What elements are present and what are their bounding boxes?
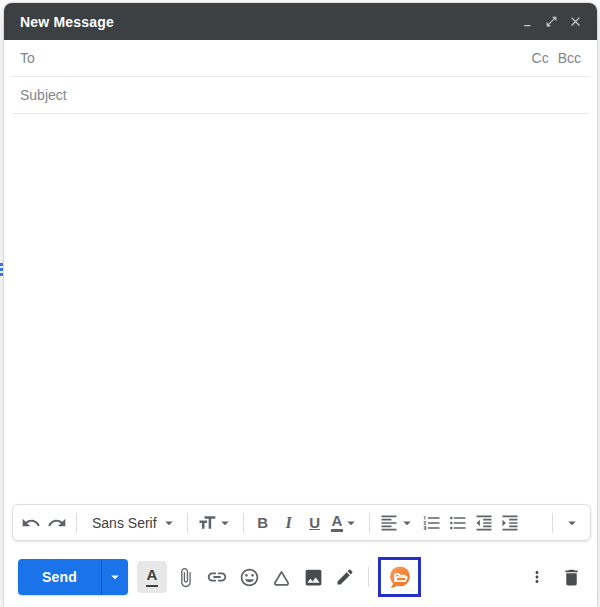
- formatting-options-icon: A: [146, 567, 159, 587]
- attach-file-button[interactable]: [171, 561, 199, 593]
- bulleted-list-icon: [448, 513, 468, 533]
- chevron-down-icon: [563, 514, 581, 532]
- discard-draft-icon: [561, 567, 582, 588]
- align-left-icon: [379, 513, 399, 533]
- text-size-button[interactable]: [194, 508, 237, 538]
- insert-link-icon: [206, 566, 228, 588]
- cutoff-list-icon: [0, 263, 3, 278]
- close-icon[interactable]: [563, 10, 587, 34]
- italic-button[interactable]: I: [276, 508, 302, 538]
- more-options-icon: [528, 568, 546, 586]
- chevron-down-icon: [342, 514, 360, 532]
- blue-dash: [0, 273, 3, 276]
- insert-link-button[interactable]: [203, 561, 231, 593]
- bcc-toggle[interactable]: Bcc: [558, 50, 581, 66]
- toolbar-divider: [243, 513, 244, 533]
- blue-dash: [0, 268, 3, 271]
- compose-titlebar[interactable]: New Message: [4, 3, 597, 40]
- format-toolbar: Sans Serif B I U A: [12, 504, 591, 541]
- text-color-button[interactable]: A: [328, 508, 364, 538]
- discard-draft-button[interactable]: [557, 561, 585, 593]
- toolbar-divider: [552, 513, 553, 533]
- indent-less-icon: [474, 513, 494, 533]
- toolbar-divider: [187, 513, 188, 533]
- message-body[interactable]: [4, 114, 597, 504]
- open-in-full-icon[interactable]: [539, 10, 563, 34]
- text-size-icon: [197, 513, 217, 533]
- indent-more-button[interactable]: [497, 508, 523, 538]
- compose-window: New Message Cc Bcc: [4, 3, 597, 607]
- font-family-button[interactable]: Sans Serif: [83, 508, 181, 538]
- underline-button[interactable]: U: [302, 508, 328, 538]
- extension-chat-folder-icon: [386, 564, 413, 591]
- page-background: New Message Cc Bcc: [0, 0, 600, 607]
- action-bar-divider: [368, 567, 369, 587]
- chevron-down-icon: [160, 514, 178, 532]
- minimize-icon[interactable]: [515, 10, 539, 34]
- signature-pen-icon: [335, 567, 355, 587]
- signature-pen-button[interactable]: [331, 561, 359, 593]
- font-family-label: Sans Serif: [86, 515, 161, 531]
- action-bar: Send A: [4, 557, 597, 607]
- more-formatting-button[interactable]: [559, 508, 585, 538]
- numbered-list-icon: [422, 513, 442, 533]
- indent-less-button[interactable]: [471, 508, 497, 538]
- cc-toggle[interactable]: Cc: [532, 50, 549, 66]
- insert-photo-button[interactable]: [299, 561, 327, 593]
- insert-drive-file-button[interactable]: [267, 561, 295, 593]
- insert-photo-icon: [303, 567, 324, 588]
- underline-label: U: [309, 515, 320, 530]
- send-button[interactable]: Send: [18, 559, 101, 595]
- insert-drive-file-icon: [271, 567, 292, 588]
- toolbar-divider: [76, 513, 77, 533]
- subject-input[interactable]: [20, 87, 581, 103]
- send-split-button: Send: [18, 559, 128, 595]
- bold-label: B: [257, 515, 268, 530]
- chevron-down-icon: [106, 568, 124, 586]
- window-title: New Message: [20, 14, 114, 30]
- insert-emoji-button[interactable]: [235, 561, 263, 593]
- bulleted-list-button[interactable]: [445, 508, 471, 538]
- chevron-down-icon: [398, 514, 416, 532]
- subject-row: [12, 77, 589, 114]
- bold-button[interactable]: B: [250, 508, 276, 538]
- to-input[interactable]: [20, 50, 524, 66]
- undo-icon[interactable]: [18, 508, 44, 538]
- extension-highlight-box[interactable]: [378, 557, 421, 597]
- chevron-down-icon: [216, 514, 234, 532]
- align-button[interactable]: [376, 508, 419, 538]
- blue-dash: [0, 263, 3, 266]
- italic-label: I: [285, 515, 291, 531]
- formatting-options-button[interactable]: A: [137, 561, 167, 593]
- attach-file-icon: [175, 567, 196, 588]
- more-options-button[interactable]: [525, 561, 549, 593]
- insert-emoji-icon: [239, 567, 260, 588]
- send-options-button[interactable]: [101, 559, 128, 595]
- toolbar-divider: [369, 513, 370, 533]
- numbered-list-button[interactable]: [419, 508, 445, 538]
- indent-more-icon: [500, 513, 520, 533]
- recipients-row: Cc Bcc: [12, 40, 589, 77]
- redo-icon[interactable]: [44, 508, 70, 538]
